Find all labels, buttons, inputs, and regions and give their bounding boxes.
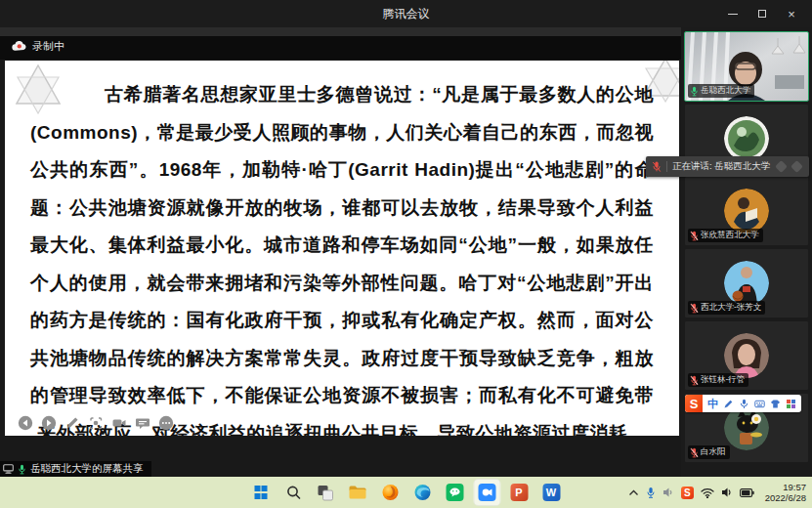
mic-on-icon: [18, 464, 26, 475]
clock-date: 2022/6/28: [765, 492, 806, 503]
wechat-icon: [446, 484, 463, 501]
participant-name-badge: 张钰林-行管: [688, 373, 748, 387]
participant-name-badge: 岳聪西北大学: [688, 84, 754, 98]
recording-indicator: 录制中: [12, 39, 64, 54]
taskbar-center: P W: [247, 479, 565, 506]
participant-avatar: [724, 116, 769, 161]
participant-tile[interactable]: 张欣慧西北大学: [685, 177, 808, 245]
taskbar-clock[interactable]: 19:57 2022/6/28: [765, 482, 806, 503]
firefox-icon: [381, 484, 399, 501]
participant-name-badge: 西北大学-张芳文: [688, 301, 765, 315]
start-button[interactable]: [247, 479, 275, 506]
participant-avatar: [724, 189, 769, 233]
laser-pointer-icon[interactable]: [88, 415, 104, 431]
mic-muted-icon: [690, 447, 699, 458]
tencent-meeting-icon: [478, 484, 495, 501]
window-controls: ×: [718, 0, 806, 27]
participant-tile[interactable]: 岳聪西北大学: [685, 32, 808, 101]
firefox-button[interactable]: [376, 479, 404, 506]
participant-name: 西北大学-张芳文: [701, 302, 761, 314]
camera-icon[interactable]: [111, 415, 127, 431]
wechat-button[interactable]: [441, 479, 468, 506]
participant-name-badge: 白水阳: [688, 445, 730, 459]
recording-label: 录制中: [32, 39, 64, 54]
mic-muted-icon: [690, 231, 699, 241]
speaking-toast-label: 正在讲话: 岳聪西北大学: [672, 160, 770, 173]
tencent-meeting-button[interactable]: [473, 479, 500, 506]
screen-share-stage: 录制中 古希腊著名思想家亚里士多德曾说过：“凡是属于最多数人的公地(Common…: [0, 27, 681, 477]
screen-share-banner: 岳聪西北大学的屏幕共享: [0, 461, 151, 477]
next-slide-button[interactable]: [41, 415, 57, 431]
pen-annotate-icon[interactable]: [64, 415, 80, 431]
participant-name-badge: 张欣慧西北大学: [688, 229, 763, 242]
previous-slide-button[interactable]: [18, 415, 33, 431]
monitor-icon: [3, 464, 14, 474]
participant-tile[interactable]: 西北大学-张芳文: [685, 249, 808, 318]
participant-name: 张欣慧西北大学: [701, 230, 759, 241]
mic-muted-icon: [690, 375, 699, 386]
wifi-icon[interactable]: [701, 487, 714, 498]
task-view-icon: [318, 485, 334, 501]
audio-device-icon[interactable]: [662, 487, 674, 498]
titlebar: 腾讯会议 ×: [0, 0, 812, 27]
sogou-tray-icon[interactable]: S: [681, 487, 694, 499]
toolbox-grid-icon[interactable]: [786, 399, 796, 409]
participant-tile[interactable]: 张钰林-行管: [685, 321, 808, 390]
tray-mic-icon[interactable]: [646, 487, 656, 499]
minimize-button[interactable]: [718, 0, 748, 27]
language-mode-toggle[interactable]: 中: [707, 397, 718, 411]
raise-hand-dim-icon: [791, 160, 803, 173]
more-options-icon[interactable]: [158, 415, 174, 431]
chat-icon[interactable]: [135, 415, 150, 431]
windows-logo-icon: [254, 486, 268, 499]
minimize-icon: [728, 14, 738, 15]
tencent-meeting-window: 腾讯会议 × 录制中 古希腊著名思想家亚里: [0, 0, 812, 508]
soft-keyboard-icon[interactable]: [754, 399, 765, 409]
skin-tshirt-icon[interactable]: [770, 399, 781, 409]
close-button[interactable]: ×: [777, 0, 806, 27]
participant-name: 白水阳: [701, 446, 726, 458]
maximize-icon: [758, 10, 766, 18]
raise-hand-dim-icon: [775, 160, 788, 173]
battery-icon[interactable]: [740, 488, 754, 497]
mic-on-icon: [690, 86, 699, 97]
powerpoint-icon: P: [510, 484, 528, 501]
handwriting-pen-icon[interactable]: [723, 399, 734, 409]
volume-icon[interactable]: [721, 487, 733, 498]
system-tray: S 19:57 2022/6/28: [628, 477, 806, 508]
file-explorer-button[interactable]: [344, 479, 371, 506]
task-view-button[interactable]: [312, 479, 339, 506]
mic-muted-icon: [690, 303, 699, 314]
document-paragraph: 古希腊著名思想家亚里士多德曾说过：“凡是属于最多数人的公地(Commons)，常…: [30, 76, 654, 436]
participant-avatar: [724, 261, 769, 306]
search-button[interactable]: [279, 479, 307, 506]
edge-button[interactable]: [408, 479, 436, 506]
folder-icon: [349, 485, 367, 500]
stage-top-strip: [0, 27, 681, 36]
windows-taskbar: P W S 19:57 2022/6/28: [0, 477, 812, 508]
edge-icon: [413, 484, 431, 501]
recording-cloud-icon: [12, 41, 26, 52]
word-icon: W: [542, 484, 560, 501]
recording-strip: [0, 36, 681, 60]
sogou-input-toolbar[interactable]: S 中: [685, 395, 801, 412]
voice-input-icon[interactable]: [739, 399, 749, 409]
search-icon: [285, 485, 301, 500]
powerpoint-button[interactable]: P: [505, 479, 533, 506]
mic-muted-icon: [652, 161, 662, 173]
speaking-toast: 正在讲话: 岳聪西北大学: [646, 156, 809, 177]
participant-avatar: [724, 333, 769, 378]
maximize-button[interactable]: [748, 0, 777, 27]
share-banner-label: 岳聪西北大学的屏幕共享: [30, 462, 144, 476]
shared-document: 古希腊著名思想家亚里士多德曾说过：“凡是属于最多数人的公地(Commons)，常…: [5, 61, 679, 436]
participant-name: 张钰林-行管: [701, 374, 745, 386]
window-title: 腾讯会议: [383, 6, 430, 22]
clock-time: 19:57: [783, 482, 806, 492]
divider: [666, 161, 667, 172]
sogou-logo[interactable]: S: [685, 395, 703, 412]
word-button[interactable]: W: [537, 479, 565, 506]
presentation-toolbar: [18, 415, 174, 431]
participant-name: 岳聪西北大学: [701, 85, 750, 97]
hidden-icons-chevron[interactable]: [628, 489, 639, 496]
